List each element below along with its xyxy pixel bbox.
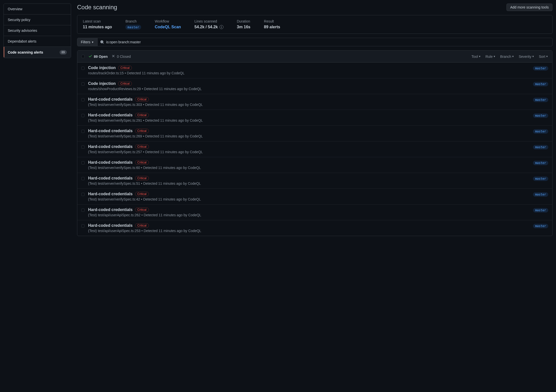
- alert-meta: (Test) test/server/verifySpec.ts:303 • D…: [88, 103, 529, 107]
- alert-branch-label[interactable]: master: [533, 145, 548, 149]
- closed-tab[interactable]: 0 Closed: [111, 54, 131, 59]
- alert-checkbox[interactable]: [81, 82, 85, 86]
- alert-checkbox[interactable]: [81, 177, 85, 180]
- alert-title[interactable]: Hard-coded credentials: [88, 208, 133, 212]
- search-input[interactable]: [106, 38, 550, 46]
- alert-branch-label[interactable]: master: [533, 176, 548, 181]
- dropdown-label: Tool: [471, 55, 478, 59]
- alert-checkbox[interactable]: [81, 67, 85, 70]
- sidebar-item-label: Security advisories: [8, 29, 37, 33]
- alert-branch-label[interactable]: master: [533, 192, 548, 197]
- alert-content: Hard-coded credentialsCritical(Test) tes…: [88, 113, 529, 122]
- alert-title[interactable]: Hard-coded credentials: [88, 223, 133, 228]
- alert-branch-label[interactable]: master: [533, 224, 548, 228]
- alert-content: Hard-coded credentialsCritical(Test) tes…: [88, 144, 529, 154]
- main-content: Code scanning Add more scanning tools La…: [77, 4, 552, 236]
- alert-meta: (Test) test/server/verifySpec.ts:60 • De…: [88, 166, 529, 170]
- alert-checkbox[interactable]: [81, 193, 85, 196]
- sidebar-item-dependabot-alerts[interactable]: Dependabot alerts: [4, 36, 71, 47]
- severity-badge: Critical: [135, 176, 149, 180]
- alert-content: Code injectionCriticalroutes/showProduct…: [88, 81, 529, 91]
- alert-row[interactable]: Hard-coded credentialsCritical(Test) tes…: [77, 126, 552, 141]
- alert-meta: (Test) test/api/userApiSpec.ts:253 • Det…: [88, 229, 529, 233]
- result-value: 89 alerts: [264, 25, 280, 29]
- severity-badge: Critical: [118, 66, 132, 70]
- alert-title[interactable]: Code injection: [88, 81, 116, 86]
- alert-content: Hard-coded credentialsCritical(Test) tes…: [88, 223, 529, 233]
- alert-title[interactable]: Hard-coded credentials: [88, 192, 133, 196]
- alert-row[interactable]: Hard-coded credentialsCritical(Test) tes…: [77, 110, 552, 126]
- alert-branch-label[interactable]: master: [533, 66, 548, 71]
- branch-dropdown[interactable]: Branch ▼: [500, 55, 514, 59]
- alert-row[interactable]: Code injectionCriticalroutes/showProduct…: [77, 78, 552, 94]
- severity-badge: Critical: [118, 81, 132, 86]
- filters-button[interactable]: Filters ▼: [77, 38, 98, 46]
- alert-branch-label[interactable]: master: [533, 113, 548, 118]
- dropdown-label: Branch: [500, 55, 511, 59]
- alerts-header: 89 Open 0 Closed Tool ▼Rule ▼Branch ▼Sev…: [77, 51, 552, 63]
- sidebar-item-label: Security policy: [8, 18, 30, 22]
- check-icon: [88, 54, 92, 59]
- alert-row[interactable]: Hard-coded credentialsCritical(Test) tes…: [77, 173, 552, 189]
- search-icon: [100, 40, 104, 44]
- alert-title[interactable]: Hard-coded credentials: [88, 144, 133, 149]
- alert-title[interactable]: Code injection: [88, 66, 116, 70]
- alert-checkbox[interactable]: [81, 224, 85, 228]
- closed-tab-label: 0 Closed: [117, 55, 131, 59]
- alert-row[interactable]: Hard-coded credentialsCritical(Test) tes…: [77, 157, 552, 173]
- alert-row[interactable]: Hard-coded credentialsCritical(Test) tes…: [77, 205, 552, 220]
- add-scanning-tools-button[interactable]: Add more scanning tools: [506, 4, 552, 11]
- alert-content: Hard-coded credentialsCritical(Test) tes…: [88, 97, 529, 107]
- alert-checkbox[interactable]: [81, 145, 85, 149]
- alert-title[interactable]: Hard-coded credentials: [88, 160, 133, 165]
- sidebar-item-overview[interactable]: Overview: [4, 4, 71, 15]
- alert-checkbox[interactable]: [81, 161, 85, 164]
- sidebar-item-security-policy[interactable]: Security policy: [4, 15, 71, 25]
- alert-row[interactable]: Code injectionCriticalroutes/trackOrder.…: [77, 63, 552, 78]
- alert-title[interactable]: Hard-coded credentials: [88, 97, 133, 102]
- sort-dropdown[interactable]: Sort ▼: [539, 55, 548, 59]
- severity-badge: Critical: [135, 144, 149, 149]
- severity-dropdown[interactable]: Severity ▼: [519, 55, 534, 59]
- alert-row[interactable]: Hard-coded credentialsCritical(Test) tes…: [77, 94, 552, 110]
- alert-branch-label[interactable]: master: [533, 98, 548, 102]
- alert-row[interactable]: Hard-coded credentialsCritical(Test) tes…: [77, 220, 552, 236]
- alert-branch-label[interactable]: master: [533, 82, 548, 86]
- alert-branch-label[interactable]: master: [533, 208, 548, 213]
- dropdown-label: Severity: [519, 55, 531, 59]
- alert-title[interactable]: Hard-coded credentials: [88, 176, 133, 180]
- tool-dropdown[interactable]: Tool ▼: [471, 55, 481, 59]
- branch-value-pill[interactable]: master: [125, 25, 141, 30]
- alert-checkbox[interactable]: [81, 98, 85, 101]
- sidebar-item-code-scanning-alerts[interactable]: Code scanning alerts89: [4, 47, 71, 58]
- sidebar-item-security-advisories[interactable]: Security advisories: [4, 25, 71, 36]
- info-icon[interactable]: i: [219, 25, 223, 29]
- filter-row: Filters ▼: [77, 38, 552, 46]
- alert-branch-label[interactable]: master: [533, 129, 548, 134]
- workflow-link[interactable]: CodeQL Scan: [155, 25, 181, 29]
- caret-down-icon: ▼: [546, 55, 548, 58]
- rule-dropdown[interactable]: Rule ▼: [485, 55, 496, 59]
- alert-title[interactable]: Hard-coded credentials: [88, 113, 133, 117]
- sidebar: OverviewSecurity policySecurity advisori…: [4, 4, 71, 236]
- alert-checkbox[interactable]: [81, 130, 85, 133]
- select-all-checkbox[interactable]: [81, 55, 85, 58]
- alert-title[interactable]: Hard-coded credentials: [88, 129, 133, 133]
- alert-meta: routes/showProductReviews.ts:29 • Detect…: [88, 87, 529, 91]
- alert-checkbox[interactable]: [81, 209, 85, 212]
- lines-scanned-label: Lines scanned: [194, 19, 223, 23]
- result-label: Result: [264, 19, 280, 23]
- caret-down-icon: ▼: [532, 55, 534, 58]
- duration-label: Duration: [237, 19, 250, 23]
- caret-down-icon: ▼: [478, 55, 481, 58]
- alert-row[interactable]: Hard-coded credentialsCritical(Test) tes…: [77, 189, 552, 205]
- alert-checkbox[interactable]: [81, 114, 85, 117]
- alert-branch-label[interactable]: master: [533, 161, 548, 165]
- alert-content: Hard-coded credentialsCritical(Test) tes…: [88, 129, 529, 138]
- open-tab[interactable]: 89 Open: [88, 54, 108, 59]
- open-tab-label: 89 Open: [94, 55, 108, 59]
- caret-down-icon: ▼: [493, 55, 496, 58]
- severity-badge: Critical: [135, 192, 149, 196]
- alert-row[interactable]: Hard-coded credentialsCritical(Test) tes…: [77, 141, 552, 157]
- sidebar-nav: OverviewSecurity policySecurity advisori…: [4, 4, 71, 58]
